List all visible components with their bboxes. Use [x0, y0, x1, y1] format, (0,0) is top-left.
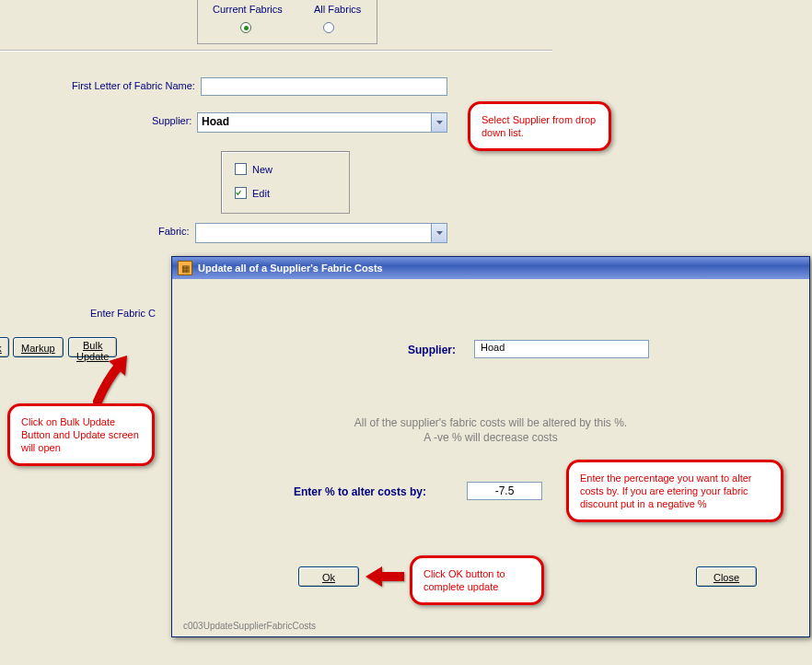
callout-supplier: Select Supplier from drop down list.	[468, 101, 611, 151]
dialog-percent-label: Enter % to alter costs by:	[294, 485, 426, 498]
callout-ok: Click OK button to complete update	[410, 555, 544, 605]
dialog-percent-input[interactable]	[467, 482, 542, 500]
radio-label-current: Current Fabrics	[213, 4, 283, 15]
callout-bulk-text: Click on Bulk Update Button and Update s…	[21, 416, 139, 453]
fabric-scope-radio-group: Current Fabrics All Fabrics	[197, 0, 377, 44]
dialog-title: Update all of a Supplier's Fabric Costs	[198, 262, 383, 274]
close-button[interactable]: Close	[696, 566, 757, 587]
chevron-down-icon[interactable]	[431, 113, 447, 132]
dialog-explanation: All of the supplier's fabric costs will …	[172, 415, 809, 445]
unknown-k-button[interactable]: k	[0, 337, 9, 357]
dialog-supplier-field[interactable]: Hoad	[474, 340, 649, 358]
dialog-app-icon	[178, 261, 192, 275]
ok-button[interactable]: Ok	[298, 566, 359, 587]
radio-all-fabrics[interactable]	[323, 22, 334, 33]
callout-supplier-text: Select Supplier from drop down list.	[481, 114, 596, 138]
chevron-down-icon[interactable]	[431, 224, 447, 242]
separator	[0, 50, 552, 52]
arrow-icon	[365, 565, 404, 589]
callout-percent-text: Enter the percentage you want to alter c…	[580, 472, 752, 509]
supplier-combobox[interactable]: Hoad	[197, 112, 447, 133]
dialog-supplier-label: Supplier:	[408, 344, 456, 356]
callout-bulk-update: Click on Bulk Update Button and Update s…	[7, 403, 155, 466]
supplier-label: Supplier:	[152, 115, 191, 126]
callout-ok-text: Click OK button to complete update	[423, 568, 505, 592]
checkbox-edit-label: Edit	[252, 188, 270, 199]
fabric-label: Fabric:	[158, 226, 190, 237]
markup-button[interactable]: Markup	[13, 337, 64, 357]
radio-label-all: All Fabrics	[314, 4, 361, 15]
dialog-footer-code: c003UpdateSupplierFabricCosts	[183, 621, 316, 631]
enter-fabric-cost-label: Enter Fabric C	[90, 308, 173, 319]
fabric-combobox[interactable]	[195, 223, 447, 243]
checkbox-edit[interactable]	[235, 187, 247, 199]
checkbox-new-row: New	[235, 163, 273, 175]
dialog-supplier-value: Hoad	[481, 342, 505, 353]
new-edit-panel: New Edit	[221, 151, 350, 214]
dialog-msg-line2: A -ve % will decrease costs	[172, 430, 809, 445]
supplier-combobox-value: Hoad	[202, 115, 229, 128]
update-supplier-costs-dialog: Update all of a Supplier's Fabric Costs …	[171, 256, 810, 637]
dialog-msg-line1: All of the supplier's fabric costs will …	[172, 415, 809, 430]
checkbox-edit-row: Edit	[235, 187, 270, 199]
dialog-titlebar: Update all of a Supplier's Fabric Costs	[172, 257, 809, 279]
checkbox-new[interactable]	[235, 163, 247, 175]
first-letter-input[interactable]	[201, 77, 447, 96]
arrow-icon	[88, 356, 134, 403]
first-letter-label: First Letter of Fabric Name:	[72, 80, 195, 91]
callout-percent: Enter the percentage you want to alter c…	[566, 460, 783, 522]
bulk-update-button[interactable]: Bulk Update	[68, 337, 117, 357]
checkbox-new-label: New	[252, 164, 273, 175]
radio-current-fabrics[interactable]	[240, 22, 251, 33]
